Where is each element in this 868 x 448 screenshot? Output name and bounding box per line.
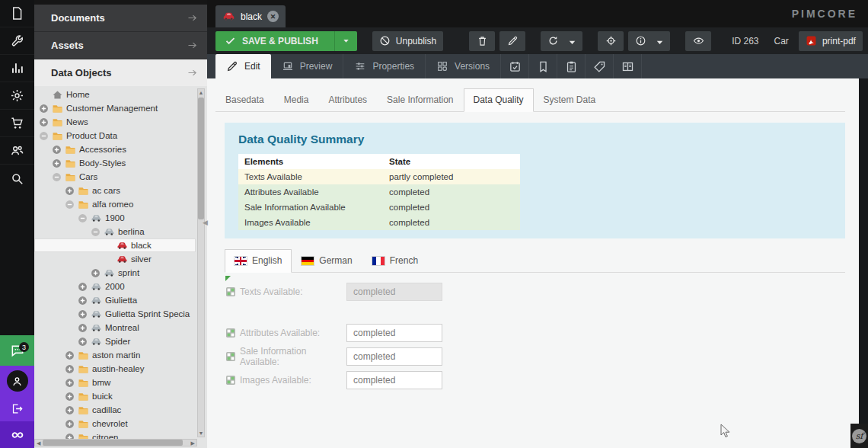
- unpublish-button[interactable]: Unpublish: [372, 31, 443, 51]
- close-tab-icon[interactable]: ✕: [267, 11, 279, 22]
- scroll-left-arrow[interactable]: ◀: [37, 440, 40, 446]
- columns-button[interactable]: [614, 54, 642, 78]
- sidebar-collapse-handle[interactable]: ◀: [203, 219, 208, 226]
- collapse-icon[interactable]: [65, 200, 75, 210]
- tree-item-montreal[interactable]: Montreal: [34, 321, 196, 334]
- view-tab-edit[interactable]: Edit: [215, 54, 271, 78]
- tree-item-body-styles[interactable]: Body-Styles: [34, 156, 196, 170]
- scroll-right-arrow[interactable]: ▶: [191, 440, 195, 446]
- layout-tab-sale-information[interactable]: Sale Information: [377, 88, 463, 112]
- tree-item-cadillac[interactable]: cadillac: [34, 403, 196, 417]
- field-input-sale-information-available[interactable]: [346, 347, 442, 366]
- tree-item-customer-management[interactable]: Customer Management: [34, 101, 196, 115]
- field-input-images-available[interactable]: [346, 371, 442, 389]
- symfony-debug-toggle[interactable]: sf: [850, 424, 868, 448]
- accordion-assets[interactable]: Assets: [34, 32, 207, 59]
- tree-item-ac-cars[interactable]: ac cars: [34, 184, 196, 197]
- save-and-publish-button[interactable]: SAVE & PUBLISH: [215, 31, 357, 51]
- print-pdf-button[interactable]: print-pdf: [799, 31, 863, 51]
- reload-button[interactable]: [541, 31, 582, 51]
- language-tab-german[interactable]: German: [292, 249, 362, 273]
- tree-item-cars[interactable]: Cars: [34, 170, 196, 184]
- delete-button[interactable]: [469, 31, 495, 51]
- collapsed-right-panel-strip[interactable]: [859, 78, 868, 448]
- bookmark-button[interactable]: [529, 54, 557, 78]
- expand-icon[interactable]: [65, 419, 75, 429]
- expand-icon[interactable]: [78, 309, 88, 319]
- accordion-documents[interactable]: Documents: [34, 5, 207, 32]
- expand-icon[interactable]: [65, 186, 75, 196]
- notifications-button[interactable]: 3: [0, 335, 34, 366]
- rename-button[interactable]: [499, 31, 525, 51]
- collapse-icon[interactable]: [39, 131, 49, 141]
- tree-item-giulietta[interactable]: Giulietta: [34, 293, 196, 307]
- layout-tab-system-data[interactable]: System Data: [534, 88, 606, 112]
- scrollbar-thumb[interactable]: [43, 440, 183, 446]
- scroll-up-arrow[interactable]: ▲: [198, 90, 204, 95]
- tools-rail-button[interactable]: [0, 27, 34, 55]
- documents-rail-button[interactable]: [0, 0, 34, 27]
- open-preview-button[interactable]: [685, 31, 711, 51]
- tree-item-product-data[interactable]: Product Data: [34, 129, 196, 142]
- tree-item-alfa-romeo[interactable]: alfa romeo: [34, 197, 196, 211]
- tree-item-berlina[interactable]: berlina: [34, 225, 196, 238]
- expand-icon[interactable]: [39, 104, 49, 114]
- tree-item-austin-healey[interactable]: austin-healey: [34, 362, 196, 376]
- tree-item-2000[interactable]: 2000: [34, 280, 196, 293]
- customers-rail-button[interactable]: [0, 137, 34, 165]
- expand-icon[interactable]: [91, 268, 101, 278]
- layout-tab-attributes[interactable]: Attributes: [318, 88, 377, 112]
- tree-item-chevrolet[interactable]: chevrolet: [34, 417, 196, 430]
- language-tab-french[interactable]: French: [362, 249, 428, 273]
- layout-tab-media[interactable]: Media: [274, 88, 319, 112]
- tree-item-bmw[interactable]: bmw: [34, 376, 196, 389]
- tree-item-accessories[interactable]: Accessories: [34, 142, 196, 156]
- expand-icon[interactable]: [65, 350, 75, 360]
- save-options-caret[interactable]: [334, 31, 357, 51]
- tree-item-black[interactable]: black: [34, 238, 196, 252]
- scroll-down-arrow[interactable]: ▼: [198, 430, 204, 436]
- tree-item-buick[interactable]: buick: [34, 389, 196, 403]
- expand-icon[interactable]: [78, 282, 88, 292]
- tree-item-sprint[interactable]: sprint: [34, 266, 196, 280]
- layout-tab-basedata[interactable]: Basedata: [215, 88, 274, 112]
- field-input-texts-available[interactable]: [346, 283, 442, 301]
- expand-icon[interactable]: [52, 158, 62, 168]
- tree-horizontal-scrollbar[interactable]: ◀ ▶: [34, 439, 197, 446]
- reports-rail-button[interactable]: [0, 55, 34, 82]
- tree-item-silver[interactable]: silver: [34, 252, 196, 266]
- tree-item-gulietta-sprint-specia[interactable]: Gulietta Sprint Specia: [34, 307, 196, 321]
- expand-icon[interactable]: [65, 392, 75, 402]
- tree-item-aston-martin[interactable]: aston martin: [34, 348, 196, 362]
- tree-item-spider[interactable]: Spider: [34, 334, 196, 348]
- search-rail-button[interactable]: [0, 165, 34, 192]
- ecommerce-rail-button[interactable]: [0, 110, 34, 137]
- view-tab-properties[interactable]: Properties: [343, 54, 426, 78]
- layout-tab-data-quality[interactable]: Data Quality: [464, 88, 534, 112]
- user-profile-button[interactable]: [0, 366, 34, 396]
- expand-icon[interactable]: [78, 296, 88, 306]
- view-tab-preview[interactable]: Preview: [271, 54, 344, 78]
- expand-icon[interactable]: [65, 364, 75, 374]
- tree-item-home[interactable]: Home: [34, 88, 196, 101]
- expand-icon[interactable]: [52, 145, 62, 155]
- pimcore-logo-button[interactable]: [0, 421, 34, 448]
- collapse-icon[interactable]: [78, 213, 88, 223]
- tag-button[interactable]: [586, 54, 614, 78]
- collapse-icon[interactable]: [52, 172, 62, 182]
- clipboard-button[interactable]: [557, 54, 586, 78]
- expand-icon[interactable]: [78, 337, 88, 347]
- language-tab-english[interactable]: English: [225, 249, 292, 273]
- calcheck-button[interactable]: [501, 54, 529, 78]
- object-tab-black[interactable]: black ✕: [215, 5, 286, 27]
- view-tab-versions[interactable]: Versions: [426, 54, 501, 78]
- tree-vertical-scrollbar[interactable]: ▲ ▼: [197, 88, 205, 437]
- scrollbar-thumb[interactable]: [198, 98, 204, 219]
- expand-icon[interactable]: [39, 117, 49, 127]
- tree-item-news[interactable]: News: [34, 115, 196, 129]
- logout-button[interactable]: [0, 396, 34, 421]
- expand-icon[interactable]: [65, 378, 75, 388]
- settings-rail-button[interactable]: [0, 82, 34, 110]
- info-button[interactable]: [628, 31, 670, 51]
- field-input-attributes-available[interactable]: [346, 324, 442, 342]
